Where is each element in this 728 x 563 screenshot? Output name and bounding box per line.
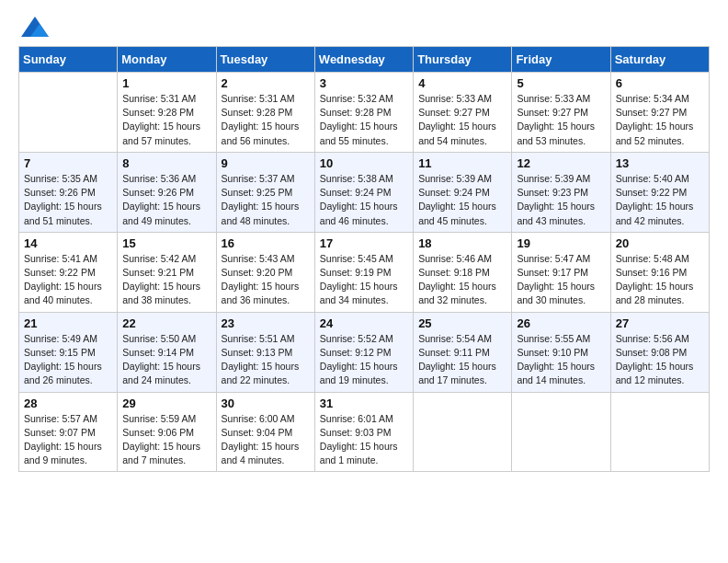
weekday-header-thursday: Thursday xyxy=(414,47,512,73)
cell-day-number: 4 xyxy=(418,76,506,90)
calendar-cell: 30Sunrise: 6:00 AM Sunset: 9:04 PM Dayli… xyxy=(216,392,314,472)
calendar-cell: 21Sunrise: 5:49 AM Sunset: 9:15 PM Dayli… xyxy=(19,312,118,392)
calendar-cell: 6Sunrise: 5:34 AM Sunset: 9:27 PM Daylig… xyxy=(610,73,709,153)
calendar-cell: 5Sunrise: 5:33 AM Sunset: 9:27 PM Daylig… xyxy=(512,73,610,153)
cell-day-number: 24 xyxy=(320,316,408,330)
week-row-1: 1Sunrise: 5:31 AM Sunset: 9:28 PM Daylig… xyxy=(19,73,710,153)
cell-day-number: 27 xyxy=(616,316,704,330)
cell-day-number: 22 xyxy=(122,316,210,330)
cell-day-number: 20 xyxy=(616,236,704,250)
calendar-cell: 3Sunrise: 5:32 AM Sunset: 9:28 PM Daylig… xyxy=(314,73,413,153)
calendar-cell: 13Sunrise: 5:40 AM Sunset: 9:22 PM Dayli… xyxy=(610,152,709,232)
week-row-2: 7Sunrise: 5:35 AM Sunset: 9:26 PM Daylig… xyxy=(19,152,710,232)
cell-info-text: Sunrise: 5:49 AM Sunset: 9:15 PM Dayligh… xyxy=(24,332,112,388)
cell-info-text: Sunrise: 5:43 AM Sunset: 9:20 PM Dayligh… xyxy=(222,252,310,308)
cell-day-number: 7 xyxy=(24,156,112,170)
calendar-cell: 4Sunrise: 5:33 AM Sunset: 9:27 PM Daylig… xyxy=(414,73,512,153)
cell-day-number: 23 xyxy=(222,316,310,330)
cell-day-number: 15 xyxy=(122,236,210,250)
page-header xyxy=(18,18,710,37)
cell-info-text: Sunrise: 5:51 AM Sunset: 9:13 PM Dayligh… xyxy=(222,332,310,388)
cell-day-number: 26 xyxy=(517,316,605,330)
cell-info-text: Sunrise: 5:35 AM Sunset: 9:26 PM Dayligh… xyxy=(24,172,112,228)
calendar-cell: 2Sunrise: 5:31 AM Sunset: 9:28 PM Daylig… xyxy=(216,73,314,153)
weekday-header-row: SundayMondayTuesdayWednesdayThursdayFrid… xyxy=(19,47,710,73)
calendar-cell: 24Sunrise: 5:52 AM Sunset: 9:12 PM Dayli… xyxy=(314,312,413,392)
cell-info-text: Sunrise: 5:52 AM Sunset: 9:12 PM Dayligh… xyxy=(320,332,408,388)
cell-info-text: Sunrise: 5:45 AM Sunset: 9:19 PM Dayligh… xyxy=(320,252,408,308)
logo xyxy=(18,18,49,37)
logo-icon xyxy=(21,17,49,37)
cell-day-number: 12 xyxy=(517,156,605,170)
cell-day-number: 19 xyxy=(517,236,605,250)
weekday-header-friday: Friday xyxy=(512,47,610,73)
weekday-header-tuesday: Tuesday xyxy=(216,47,314,73)
calendar-cell: 18Sunrise: 5:46 AM Sunset: 9:18 PM Dayli… xyxy=(414,232,512,312)
cell-day-number: 8 xyxy=(122,156,210,170)
cell-info-text: Sunrise: 5:47 AM Sunset: 9:17 PM Dayligh… xyxy=(517,252,605,308)
cell-info-text: Sunrise: 5:56 AM Sunset: 9:08 PM Dayligh… xyxy=(616,332,704,388)
cell-day-number: 18 xyxy=(418,236,506,250)
cell-day-number: 1 xyxy=(122,76,210,90)
cell-day-number: 31 xyxy=(320,396,408,410)
cell-day-number: 29 xyxy=(122,396,210,410)
calendar-cell: 31Sunrise: 6:01 AM Sunset: 9:03 PM Dayli… xyxy=(314,392,413,472)
calendar-cell xyxy=(414,392,512,472)
calendar-cell: 12Sunrise: 5:39 AM Sunset: 9:23 PM Dayli… xyxy=(512,152,610,232)
cell-info-text: Sunrise: 5:31 AM Sunset: 9:28 PM Dayligh… xyxy=(122,92,210,148)
cell-info-text: Sunrise: 5:48 AM Sunset: 9:16 PM Dayligh… xyxy=(616,252,704,308)
cell-day-number: 6 xyxy=(616,76,704,90)
calendar-cell: 7Sunrise: 5:35 AM Sunset: 9:26 PM Daylig… xyxy=(19,152,118,232)
cell-day-number: 2 xyxy=(222,76,310,90)
cell-day-number: 21 xyxy=(24,316,112,330)
calendar-cell: 19Sunrise: 5:47 AM Sunset: 9:17 PM Dayli… xyxy=(512,232,610,312)
calendar-cell: 17Sunrise: 5:45 AM Sunset: 9:19 PM Dayli… xyxy=(314,232,413,312)
cell-day-number: 30 xyxy=(222,396,310,410)
cell-info-text: Sunrise: 5:38 AM Sunset: 9:24 PM Dayligh… xyxy=(320,172,408,228)
calendar-cell: 27Sunrise: 5:56 AM Sunset: 9:08 PM Dayli… xyxy=(610,312,709,392)
cell-info-text: Sunrise: 5:57 AM Sunset: 9:07 PM Dayligh… xyxy=(24,412,112,468)
cell-info-text: Sunrise: 5:36 AM Sunset: 9:26 PM Dayligh… xyxy=(122,172,210,228)
calendar-cell: 14Sunrise: 5:41 AM Sunset: 9:22 PM Dayli… xyxy=(19,232,118,312)
cell-info-text: Sunrise: 6:00 AM Sunset: 9:04 PM Dayligh… xyxy=(222,412,310,468)
cell-day-number: 5 xyxy=(517,76,605,90)
calendar-cell: 25Sunrise: 5:54 AM Sunset: 9:11 PM Dayli… xyxy=(414,312,512,392)
weekday-header-monday: Monday xyxy=(118,47,216,73)
cell-info-text: Sunrise: 5:34 AM Sunset: 9:27 PM Dayligh… xyxy=(616,92,704,148)
cell-day-number: 3 xyxy=(320,76,408,90)
cell-day-number: 9 xyxy=(222,156,310,170)
cell-day-number: 10 xyxy=(320,156,408,170)
weekday-header-wednesday: Wednesday xyxy=(314,47,413,73)
cell-info-text: Sunrise: 5:33 AM Sunset: 9:27 PM Dayligh… xyxy=(418,92,506,148)
cell-day-number: 14 xyxy=(24,236,112,250)
calendar-cell: 26Sunrise: 5:55 AM Sunset: 9:10 PM Dayli… xyxy=(512,312,610,392)
cell-day-number: 17 xyxy=(320,236,408,250)
cell-info-text: Sunrise: 5:39 AM Sunset: 9:23 PM Dayligh… xyxy=(517,172,605,228)
calendar-cell: 1Sunrise: 5:31 AM Sunset: 9:28 PM Daylig… xyxy=(118,73,216,153)
cell-info-text: Sunrise: 5:59 AM Sunset: 9:06 PM Dayligh… xyxy=(122,412,210,468)
calendar-cell xyxy=(19,73,118,153)
cell-info-text: Sunrise: 5:54 AM Sunset: 9:11 PM Dayligh… xyxy=(418,332,506,388)
calendar-cell: 23Sunrise: 5:51 AM Sunset: 9:13 PM Dayli… xyxy=(216,312,314,392)
cell-info-text: Sunrise: 5:42 AM Sunset: 9:21 PM Dayligh… xyxy=(122,252,210,308)
calendar-cell: 28Sunrise: 5:57 AM Sunset: 9:07 PM Dayli… xyxy=(19,392,118,472)
cell-info-text: Sunrise: 5:55 AM Sunset: 9:10 PM Dayligh… xyxy=(517,332,605,388)
weekday-header-saturday: Saturday xyxy=(610,47,709,73)
calendar-cell: 16Sunrise: 5:43 AM Sunset: 9:20 PM Dayli… xyxy=(216,232,314,312)
cell-day-number: 13 xyxy=(616,156,704,170)
cell-day-number: 28 xyxy=(24,396,112,410)
cell-info-text: Sunrise: 5:46 AM Sunset: 9:18 PM Dayligh… xyxy=(418,252,506,308)
cell-info-text: Sunrise: 6:01 AM Sunset: 9:03 PM Dayligh… xyxy=(320,412,408,468)
week-row-5: 28Sunrise: 5:57 AM Sunset: 9:07 PM Dayli… xyxy=(19,392,710,472)
cell-info-text: Sunrise: 5:40 AM Sunset: 9:22 PM Dayligh… xyxy=(616,172,704,228)
cell-info-text: Sunrise: 5:41 AM Sunset: 9:22 PM Dayligh… xyxy=(24,252,112,308)
calendar-cell: 29Sunrise: 5:59 AM Sunset: 9:06 PM Dayli… xyxy=(118,392,216,472)
cell-info-text: Sunrise: 5:37 AM Sunset: 9:25 PM Dayligh… xyxy=(222,172,310,228)
calendar-cell: 22Sunrise: 5:50 AM Sunset: 9:14 PM Dayli… xyxy=(118,312,216,392)
week-row-4: 21Sunrise: 5:49 AM Sunset: 9:15 PM Dayli… xyxy=(19,312,710,392)
calendar-cell: 8Sunrise: 5:36 AM Sunset: 9:26 PM Daylig… xyxy=(118,152,216,232)
cell-day-number: 11 xyxy=(418,156,506,170)
calendar-cell: 11Sunrise: 5:39 AM Sunset: 9:24 PM Dayli… xyxy=(414,152,512,232)
weekday-header-sunday: Sunday xyxy=(19,47,118,73)
calendar-cell xyxy=(512,392,610,472)
